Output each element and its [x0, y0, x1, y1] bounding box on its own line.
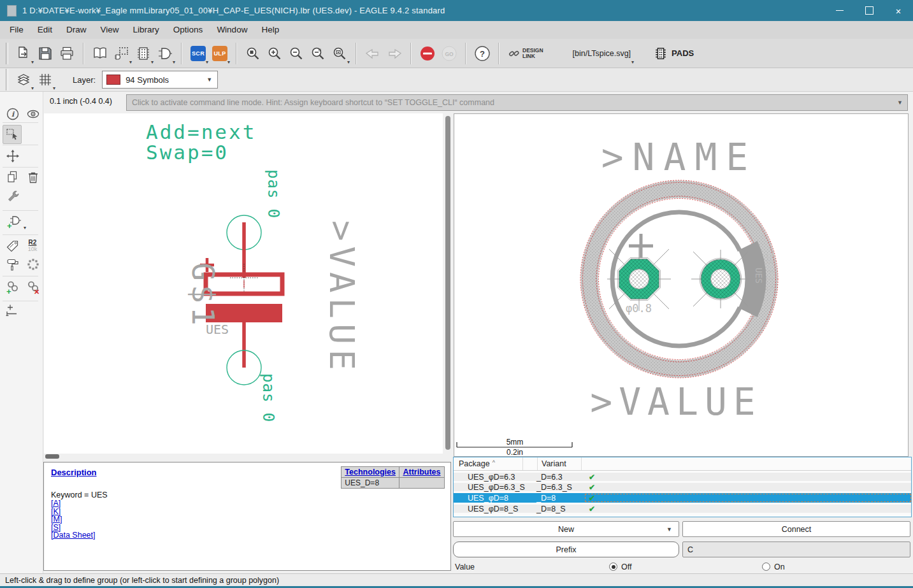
pad-negative[interactable]	[691, 250, 750, 308]
pad-positive[interactable]	[607, 247, 671, 311]
grid-button[interactable]	[36, 68, 55, 91]
description-link[interactable]: [Data Sheet]	[51, 531, 96, 540]
device-button[interactable]	[112, 42, 131, 65]
replace-tool[interactable]	[24, 255, 42, 273]
technology-cell[interactable]: UES_D=8	[341, 478, 399, 489]
menu-edit[interactable]: Edit	[31, 21, 59, 39]
package-cell: UES_φD=6.3_S	[454, 483, 536, 492]
command-dropdown-icon[interactable]: ▼	[897, 99, 903, 106]
undo-button[interactable]	[363, 42, 382, 65]
copy-tool[interactable]	[4, 168, 22, 186]
zoom-out-button[interactable]	[287, 42, 306, 65]
description-link[interactable]: [A]	[51, 499, 96, 508]
package-table: Package^ Variant UES_φD=6.3_D=6.3✔UES_φD…	[453, 457, 912, 517]
library-button[interactable]	[90, 42, 110, 65]
design-link-button[interactable]: DESIGN LINK	[506, 42, 546, 65]
menu-view[interactable]: View	[94, 21, 126, 39]
zoom-fit-button[interactable]	[243, 42, 262, 65]
gate-name-text[interactable]: G$1	[185, 262, 221, 329]
menu-window[interactable]: Window	[210, 21, 254, 39]
open-new-button[interactable]	[14, 42, 33, 65]
prefix-value-field[interactable]: C	[682, 541, 910, 557]
detach-tool[interactable]: ✕	[24, 278, 42, 296]
mark-tool[interactable]	[3, 301, 21, 319]
move-tool[interactable]	[4, 147, 22, 165]
zoom-select-icon	[310, 46, 326, 61]
value-on-label[interactable]: On	[774, 563, 785, 571]
zoom-redraw-button[interactable]	[330, 42, 349, 65]
package-name-placeholder[interactable]: >NAME	[601, 136, 758, 179]
delete-tool[interactable]	[24, 168, 42, 186]
name-tool[interactable]	[4, 237, 22, 255]
pads-button[interactable]: PADS	[651, 42, 696, 65]
menu-help[interactable]: Help	[254, 21, 286, 39]
close-button[interactable]: ✕	[884, 0, 913, 21]
description-title-link[interactable]: Description	[51, 468, 97, 477]
menu-file[interactable]: File	[3, 21, 31, 39]
help-button[interactable]: ?	[473, 42, 492, 65]
layer-select[interactable]: 94 Symbols ▼	[102, 71, 218, 89]
package-button[interactable]	[134, 42, 153, 65]
technologies-header-link[interactable]: Technologies	[341, 467, 399, 478]
save-button[interactable]	[36, 42, 55, 65]
sort-ascending-icon: ^	[492, 459, 495, 466]
menu-library[interactable]: Library	[126, 21, 166, 39]
footprint[interactable]: φ0.8 D8×F3.5 UES	[580, 180, 778, 378]
value-off-label[interactable]: Off	[621, 563, 631, 571]
redo-button[interactable]	[385, 42, 404, 65]
attributes-header-link[interactable]: Attributes	[399, 467, 445, 478]
show-tool[interactable]	[24, 105, 42, 123]
ulp-button[interactable]: ULP	[210, 42, 229, 65]
paste-tool[interactable]	[4, 255, 22, 273]
scrollbar-thumb[interactable]	[45, 454, 59, 459]
middle-vertical-scrollbar[interactable]	[444, 113, 452, 454]
change-tool[interactable]	[4, 188, 22, 206]
check-cell: ✔	[585, 483, 911, 491]
value-off-radio[interactable]	[609, 563, 617, 571]
package-cell: UES_φD=6.3	[454, 473, 536, 482]
symbol-horizontal-scrollbar[interactable]	[44, 454, 443, 460]
svg-text:i: i	[11, 110, 15, 118]
symbol-value-placeholder[interactable]: >VALUE	[322, 220, 362, 375]
prefix-button[interactable]: Prefix	[453, 541, 679, 557]
layers-icon	[16, 72, 31, 87]
add-part-tool[interactable]: +	[4, 213, 25, 231]
link-icon	[508, 48, 520, 59]
table-row[interactable]: UES_φD=6.3_S_D=6.3_S✔	[454, 483, 911, 491]
go-button[interactable]: GO	[440, 42, 459, 65]
script-button[interactable]: SCR	[189, 42, 208, 65]
scrollbar-thumb[interactable]	[445, 116, 450, 450]
info-tool[interactable]: i	[4, 105, 22, 123]
zoom-select-button[interactable]	[308, 42, 327, 65]
menu-options[interactable]: Options	[166, 21, 210, 39]
symbol-editor-canvas[interactable]: Add=next Swap=0 pas 0 UES	[44, 113, 443, 454]
eye-icon	[26, 107, 40, 121]
package-value-placeholder[interactable]: >VALUE	[590, 380, 762, 424]
symbol-swap-attribute[interactable]: Swap=0	[146, 141, 229, 164]
package-preview-canvas[interactable]: >NAME	[454, 113, 909, 457]
new-package-button[interactable]: New ▼	[453, 521, 679, 537]
package-table-header[interactable]: Package^ Variant	[454, 457, 911, 471]
attach-tool[interactable]: +	[4, 278, 22, 296]
zoom-in-button[interactable]	[265, 42, 284, 65]
scale-mm-label: 5mm	[507, 438, 524, 447]
table-row[interactable]: UES_φD=8_S_D=8_S✔	[454, 505, 911, 513]
table-row[interactable]: UES_φD=8_D=8✔	[454, 493, 911, 503]
layer-settings-button[interactable]	[14, 68, 33, 91]
description-link[interactable]: [M]	[51, 515, 96, 524]
value-tool[interactable]: R2 10k	[23, 237, 42, 255]
command-line-input[interactable]	[126, 94, 908, 111]
ltspice-export-button[interactable]: [bin/LTspice.svg]	[570, 42, 633, 65]
connect-button[interactable]: Connect	[682, 521, 910, 537]
stop-button[interactable]	[418, 42, 437, 65]
value-on-radio[interactable]	[762, 563, 770, 571]
symbol-button[interactable]	[155, 42, 175, 65]
minimize-button[interactable]	[825, 0, 854, 21]
maximize-button[interactable]	[854, 0, 884, 21]
group-tool[interactable]	[3, 125, 22, 144]
symbol-add-attribute[interactable]: Add=next	[146, 120, 256, 143]
menu-draw[interactable]: Draw	[59, 21, 94, 39]
print-button[interactable]	[57, 42, 76, 65]
table-row[interactable]: UES_φD=6.3_D=6.3✔	[454, 473, 911, 481]
copy-icon	[6, 170, 20, 184]
